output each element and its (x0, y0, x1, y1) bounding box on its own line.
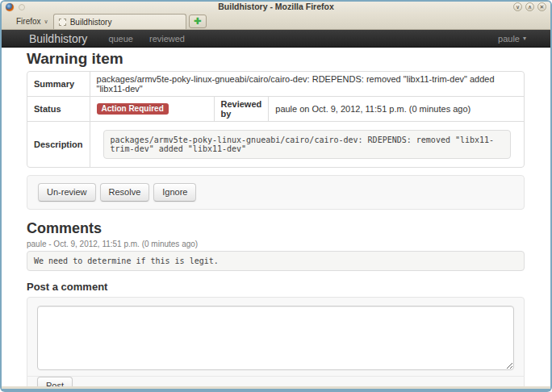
close-icon[interactable]: ✕ (537, 2, 546, 11)
footer-divider (27, 376, 525, 377)
firefox-menu-label: Firefox (16, 17, 41, 26)
page-title: Warning item (27, 50, 525, 67)
table-row-description: Description packages/armv5te-poky-linux-… (27, 121, 524, 167)
resolve-button[interactable]: Resolve (100, 183, 150, 202)
favicon-placeholder-icon (59, 19, 66, 26)
maximize-icon[interactable]: ∧ (525, 2, 534, 11)
description-label: Description (27, 121, 90, 167)
caret-down-icon: ▾ (523, 35, 526, 42)
nav-link-queue[interactable]: queue (108, 34, 133, 44)
user-menu[interactable]: paule ▾ (498, 34, 526, 44)
plus-icon: ✚ (194, 16, 201, 26)
summary-value: packages/armv5te-poky-linux-gnueabi/cair… (90, 72, 524, 96)
comments-title: Comments (27, 220, 525, 236)
chevron-down-icon: ∨ (44, 19, 48, 25)
post-button[interactable]: Post (37, 377, 73, 386)
user-menu-label: paule (498, 34, 520, 44)
new-tab-button[interactable]: ✚ (189, 15, 207, 28)
brand-link[interactable]: Buildhistory (29, 32, 87, 45)
window-title: Buildhistory - Mozilla Firefox (2, 2, 550, 12)
app-navbar: Buildhistory queue reviewed paule ▾ (2, 30, 550, 48)
post-comment-title: Post a comment (27, 281, 525, 293)
browser-window: Buildhistory - Mozilla Firefox ∨ ∧ ✕ Fir… (2, 2, 550, 389)
actions-well: Un-review Resolve Ignore (27, 175, 525, 210)
minimize-icon[interactable]: ∨ (513, 2, 522, 11)
table-row-status: Status Action Required Reviewed by paule… (27, 96, 524, 121)
window-controls: ∨ ∧ ✕ (513, 2, 546, 11)
table-row-summary: Summary packages/armv5te-poky-linux-gnue… (27, 72, 524, 96)
firefox-menu-button[interactable]: Firefox ∨ (5, 17, 53, 29)
warning-details-table: Summary packages/armv5te-poky-linux-gnue… (27, 71, 525, 168)
tab-title: Buildhistory (70, 18, 112, 27)
summary-label: Summary (27, 72, 90, 96)
comment-body: We need to determine if this is legit. (27, 251, 525, 271)
comment-meta: paule - Oct. 9, 2012, 11:51 p.m. (0 minu… (27, 240, 525, 248)
nav-link-reviewed[interactable]: reviewed (149, 34, 185, 44)
description-cell: packages/armv5te-poky-linux-gnueabi/cair… (90, 121, 524, 167)
description-code: packages/armv5te-poky-linux-gnueabi/cair… (103, 130, 511, 159)
titlebar: Buildhistory - Mozilla Firefox ∨ ∧ ✕ (2, 2, 550, 12)
reviewed-by-value: paule on Oct. 9, 2012, 11:51 p.m. (0 min… (268, 96, 524, 121)
tab-buildhistory[interactable]: Buildhistory (53, 14, 186, 29)
tab-bar: Firefox ∨ Buildhistory ✚ (2, 12, 550, 30)
window-bottom-edge (2, 386, 550, 389)
page-content: Warning item Summary packages/armv5te-po… (2, 48, 550, 386)
reviewed-by-label: Reviewed by (214, 96, 269, 121)
un-review-button[interactable]: Un-review (38, 183, 96, 202)
status-badge: Action Required (97, 103, 169, 115)
comment-input[interactable] (37, 306, 514, 370)
desktop-window-frame: Buildhistory - Mozilla Firefox ∨ ∧ ✕ Fir… (0, 0, 552, 392)
ignore-button[interactable]: Ignore (153, 183, 196, 202)
status-cell: Action Required (90, 96, 214, 121)
post-comment-well: Post (27, 297, 525, 386)
status-label: Status (27, 96, 90, 121)
